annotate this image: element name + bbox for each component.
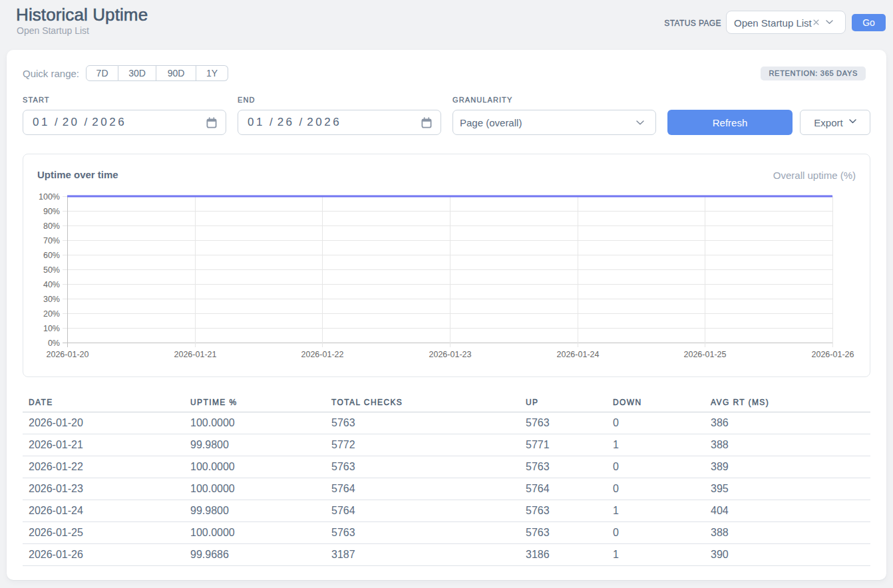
- svg-text:2026-01-26: 2026-01-26: [812, 350, 854, 359]
- column-header-up: UP: [520, 392, 607, 412]
- svg-text:70%: 70%: [43, 236, 60, 245]
- filters-row: START 01/20/2026 END 01/26/2026 GRANULAR…: [23, 96, 870, 135]
- uptime-chart-card: Uptime over time Overall uptime (%) 0%10…: [23, 154, 870, 377]
- table-cell: 5764: [325, 500, 520, 522]
- table-cell: 3187: [325, 544, 520, 566]
- table-cell: 388: [705, 522, 870, 544]
- calendar-icon[interactable]: [421, 117, 432, 128]
- quick-range-1y[interactable]: 1Y: [196, 65, 228, 81]
- granularity-field: GRANULARITY Page (overall): [452, 96, 656, 135]
- chevron-down-icon: [636, 120, 644, 125]
- table-cell: 2026-01-25: [23, 522, 184, 544]
- svg-text:80%: 80%: [43, 221, 60, 231]
- go-button[interactable]: Go: [852, 14, 886, 31]
- table-cell: 5763: [520, 500, 607, 522]
- table-cell: 5764: [325, 478, 520, 500]
- uptime-table: DATEUPTIME %TOTAL CHECKSUPDOWNAVG RT (MS…: [23, 392, 870, 566]
- end-date-input[interactable]: 01/26/2026: [238, 110, 441, 135]
- start-label: START: [23, 96, 226, 104]
- granularity-select[interactable]: Page (overall): [452, 110, 656, 135]
- table-cell: 1: [607, 544, 705, 566]
- table-cell: 5764: [520, 478, 607, 500]
- svg-text:2026-01-24: 2026-01-24: [557, 350, 600, 359]
- quick-range-90d[interactable]: 90D: [156, 65, 196, 81]
- svg-text:2026-01-20: 2026-01-20: [47, 350, 89, 359]
- end-date-value: 01/26/2026: [248, 116, 341, 129]
- table-row: 2026-01-2699.9686318731861390: [23, 544, 870, 566]
- table-cell: 5763: [325, 412, 520, 434]
- svg-text:2026-01-25: 2026-01-25: [684, 350, 727, 359]
- table-cell: 5763: [325, 456, 520, 478]
- retention-badge: RETENTION: 365 DAYS: [761, 67, 866, 80]
- svg-text:2026-01-23: 2026-01-23: [429, 350, 472, 359]
- column-header-avg-rt-ms: AVG RT (MS): [705, 392, 870, 412]
- refresh-button[interactable]: Refresh: [667, 110, 793, 135]
- table-cell: 2026-01-26: [23, 544, 184, 566]
- status-page-label: STATUS PAGE: [664, 19, 721, 28]
- export-label: Export: [814, 117, 842, 128]
- svg-text:10%: 10%: [43, 324, 60, 333]
- table-cell: 0: [607, 522, 705, 544]
- uptime-line-chart: 0%10%20%30%40%50%60%70%80%90%100%2026-01…: [23, 154, 869, 376]
- table-cell: 386: [705, 412, 870, 434]
- column-header-uptime: UPTIME %: [184, 392, 325, 412]
- table-cell: 390: [705, 544, 870, 566]
- main-card: Quick range: 7D30D90D1Y RETENTION: 365 D…: [7, 50, 886, 580]
- svg-text:2026-01-22: 2026-01-22: [301, 350, 344, 359]
- start-date-input[interactable]: 01/20/2026: [23, 110, 226, 135]
- table-cell: 5763: [325, 522, 520, 544]
- page-subtitle: Open Startup List: [17, 25, 89, 36]
- export-button[interactable]: Export: [800, 110, 870, 135]
- svg-text:40%: 40%: [43, 280, 60, 289]
- start-date-value: 01/20/2026: [33, 116, 126, 129]
- svg-text:90%: 90%: [43, 207, 60, 216]
- table-cell: 99.9686: [184, 544, 325, 566]
- table-cell: 5771: [520, 434, 607, 456]
- table-cell: 388: [705, 434, 870, 456]
- quick-range-label: Quick range:: [23, 68, 79, 79]
- table-cell: 5763: [520, 456, 607, 478]
- end-field: END 01/26/2026: [238, 96, 441, 135]
- svg-text:20%: 20%: [43, 309, 60, 319]
- table-cell: 1: [607, 500, 705, 522]
- svg-text:2026-01-21: 2026-01-21: [174, 350, 217, 359]
- table-cell: 5763: [520, 522, 607, 544]
- granularity-value: Page (overall): [460, 117, 522, 128]
- table-cell: 99.9800: [184, 434, 325, 456]
- table-cell: 100.0000: [184, 478, 325, 500]
- quick-range-7d[interactable]: 7D: [86, 65, 118, 81]
- svg-text:60%: 60%: [43, 251, 60, 260]
- quick-range-row: Quick range: 7D30D90D1Y RETENTION: 365 D…: [23, 65, 870, 81]
- table-header-row: DATEUPTIME %TOTAL CHECKSUPDOWNAVG RT (MS…: [23, 392, 870, 412]
- calendar-icon[interactable]: [206, 117, 217, 128]
- table-cell: 0: [607, 478, 705, 500]
- table-row: 2026-01-2199.9800577257711388: [23, 434, 870, 456]
- column-header-date: DATE: [23, 392, 184, 412]
- table-cell: 5772: [325, 434, 520, 456]
- table-cell: 2026-01-21: [23, 434, 184, 456]
- quick-range-30d[interactable]: 30D: [118, 65, 156, 81]
- table-cell: 2026-01-20: [23, 412, 184, 434]
- table-cell: 3186: [520, 544, 607, 566]
- start-field: START 01/20/2026: [23, 96, 226, 135]
- status-page-select[interactable]: Open Startup List: [726, 11, 846, 34]
- svg-text:0%: 0%: [48, 339, 60, 348]
- column-header-down: DOWN: [607, 392, 705, 412]
- table-row: 2026-01-20100.0000576357630386: [23, 412, 870, 434]
- column-header-total-checks: TOTAL CHECKS: [325, 392, 520, 412]
- table-cell: 100.0000: [184, 522, 325, 544]
- table-cell: 0: [607, 456, 705, 478]
- table-cell: 99.9800: [184, 500, 325, 522]
- table-cell: 395: [705, 478, 870, 500]
- svg-text:100%: 100%: [39, 192, 60, 202]
- table-cell: 100.0000: [184, 412, 325, 434]
- svg-text:50%: 50%: [43, 265, 60, 275]
- table-cell: 389: [705, 456, 870, 478]
- table-cell: 404: [705, 500, 870, 522]
- chevron-down-icon: [849, 119, 856, 124]
- table-cell: 2026-01-24: [23, 500, 184, 522]
- table-cell: 2026-01-23: [23, 478, 184, 500]
- table-cell: 100.0000: [184, 456, 325, 478]
- granularity-label: GRANULARITY: [452, 96, 656, 104]
- clear-icon[interactable]: [813, 19, 819, 25]
